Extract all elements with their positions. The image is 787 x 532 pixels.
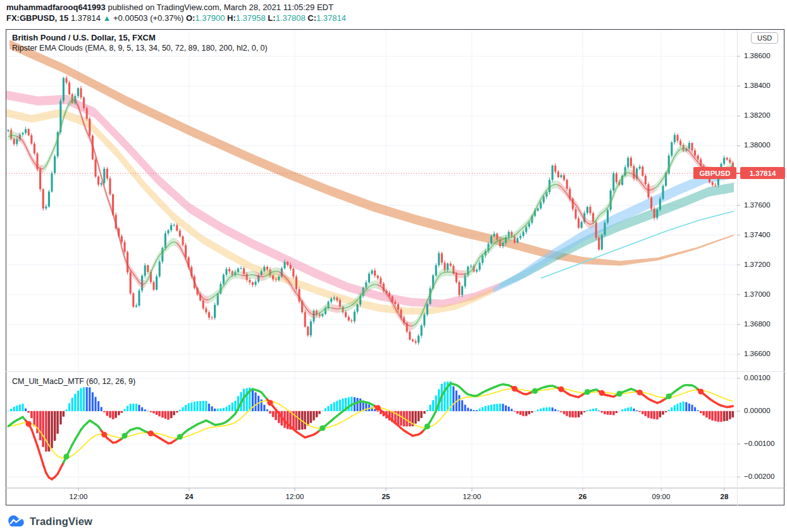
chart-title: British Pound / U.S. Dollar, 15, FXCM — [12, 33, 156, 42]
price-tick-label: 1.36600 — [744, 350, 771, 357]
low-label: L: — [268, 13, 275, 23]
symbol-price-badge: GBPUSD — [693, 167, 736, 179]
open-label: O: — [186, 13, 195, 23]
tradingview-snapshot: muhammadfarooq641993 published on Tradin… — [0, 0, 787, 532]
price-tick-label: 1.38600 — [744, 52, 771, 59]
price-tick-label: 1.37000 — [744, 290, 771, 298]
price-tick-label: 1.38200 — [744, 111, 771, 119]
macd-tick-label: −0.00200 — [744, 473, 774, 480]
close-label: C: — [307, 13, 316, 23]
time-tick-label: 25 — [372, 493, 400, 500]
high-value: 1.37958 — [236, 13, 266, 23]
currency-toggle-button[interactable]: USD — [751, 32, 778, 44]
price-tick-label: 1.38000 — [744, 141, 771, 149]
tradingview-logo[interactable]: TradingView — [6, 514, 92, 528]
symbol-line: FX:GBPUSD, 15 1.37814 ▲ +0.00503 (+0.37%… — [6, 13, 346, 23]
chart-canvas[interactable] — [6, 29, 784, 505]
time-tick-label: 09:00 — [647, 493, 675, 500]
close-value: 1.37814 — [316, 13, 346, 23]
ema-clouds-indicator-label: Ripster EMA Clouds (EMA, 8, 9, 5, 13, 34… — [12, 44, 268, 53]
macd-tick-label: −0.00100 — [744, 440, 774, 447]
up-arrow-icon: ▲ — [103, 13, 111, 23]
time-tick-label: 12:00 — [458, 493, 486, 500]
macd-tick-label: 0.00000 — [744, 407, 771, 414]
price-tick-label: 1.37600 — [744, 201, 771, 209]
price-change: +0.00503 (+0.37%) — [113, 13, 183, 23]
open-value: 1.37900 — [195, 13, 225, 23]
last-price-badge: 1.37814 — [740, 167, 785, 179]
last-price: 1.37814 — [71, 13, 101, 23]
macd-indicator-label: CM_Ult_MacD_MTF (60, 12, 26, 9) — [12, 377, 135, 386]
username: muhammadfarooq641993 — [6, 3, 106, 12]
time-tick-label: 26 — [569, 493, 597, 500]
price-tick-label: 1.37200 — [744, 261, 771, 268]
tradingview-logo-text: TradingView — [30, 516, 92, 528]
time-tick-label: 28 — [710, 493, 738, 500]
published-text: published on TradingView.com, March 28, … — [108, 3, 333, 12]
time-tick-label: 24 — [175, 493, 203, 500]
publish-line: muhammadfarooq641993 published on Tradin… — [6, 3, 333, 13]
price-tick-label: 1.37400 — [744, 231, 771, 238]
time-tick-label: 12:00 — [281, 493, 309, 500]
high-label: H: — [227, 13, 236, 23]
macd-tick-label: 0.00100 — [744, 374, 771, 381]
time-tick-label: 12:00 — [65, 493, 92, 500]
low-value: 1.37808 — [276, 13, 306, 23]
price-tick-label: 1.38400 — [744, 82, 771, 89]
price-tick-label: 1.36800 — [744, 320, 771, 328]
tradingview-cloud-icon — [6, 514, 25, 528]
symbol-name: FX:GBPUSD, 15 — [6, 13, 68, 23]
